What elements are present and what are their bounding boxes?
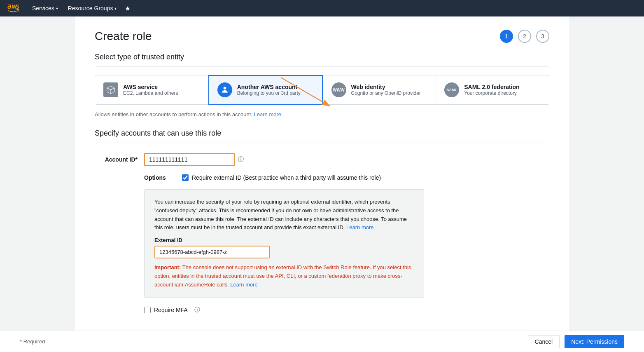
require-mfa-checkbox[interactable] — [144, 307, 151, 313]
services-chevron-icon: ▾ — [56, 6, 58, 11]
section1-header: Select type of trusted entity — [95, 53, 549, 67]
page-title: Create role — [95, 30, 549, 43]
step-2: 2 — [518, 30, 531, 43]
aws-logo[interactable] — [7, 3, 22, 13]
services-label: Services — [32, 5, 54, 12]
another-aws-account-icon — [217, 82, 232, 97]
top-navbar: Services ▾ Resource Groups ▾ ★ — [0, 0, 644, 16]
another-aws-account-text: Another AWS account Belonging to you or … — [237, 84, 301, 96]
entity-cards-container: AWS service EC2, Lambda and others Anoth… — [95, 75, 549, 105]
mfa-row: Require MFA ⓘ — [144, 306, 549, 314]
step-3: 3 — [536, 30, 549, 43]
info-text-content: Allows entities in other accounts to per… — [95, 111, 252, 117]
resource-groups-nav[interactable]: Resource Groups ▾ — [65, 5, 120, 12]
footer-required-text: * Required — [20, 338, 45, 345]
saml-text: SAML 2.0 federation Your corporate direc… — [464, 84, 519, 96]
web-identity-title: Web identity — [351, 84, 421, 90]
external-id-info-box: You can increase the security of your ro… — [144, 189, 424, 298]
account-id-row: Account ID* ⓘ — [95, 153, 549, 166]
web-identity-icon: WWW — [331, 82, 346, 97]
section2-header: Specify accounts that can use this role — [95, 129, 549, 143]
account-id-info-icon[interactable]: ⓘ — [238, 156, 244, 163]
saml-icon: SAML — [444, 82, 459, 97]
warning-body: The console does not support using an ex… — [154, 264, 411, 288]
info-learn-more-link[interactable]: Learn more — [254, 111, 281, 117]
step-1: 1 — [500, 30, 513, 43]
resource-groups-chevron-icon: ▾ — [114, 6, 117, 11]
external-id-label: External ID — [154, 237, 414, 243]
account-id-input[interactable] — [144, 153, 235, 166]
account-id-label: Account ID* — [95, 156, 144, 163]
options-row: Options Require external ID (Best practi… — [144, 174, 549, 181]
warning-learn-more-link[interactable]: Learn more — [230, 282, 257, 288]
main-content: 1 2 3 Create role Select type of trusted… — [75, 16, 569, 352]
resource-groups-label: Resource Groups — [68, 5, 113, 12]
entity-card-saml[interactable]: SAML SAML 2.0 federation Your corporate … — [436, 75, 549, 105]
favorites-star-icon[interactable]: ★ — [125, 5, 131, 12]
warning-text: Important: The console does not support … — [154, 263, 414, 289]
external-id-input[interactable] — [154, 246, 270, 258]
svg-point-0 — [223, 87, 226, 90]
info-box-text: You can increase the security of your ro… — [154, 198, 414, 232]
aws-service-text: AWS service EC2, Lambda and others — [123, 84, 178, 96]
footer-actions: Cancel Next: Permissions — [528, 335, 624, 348]
saml-title: SAML 2.0 federation — [464, 84, 519, 90]
footer: * Required Cancel Next: Permissions — [0, 331, 644, 352]
entity-card-web-identity[interactable]: WWW Web identity Cognito or any OpenID p… — [323, 75, 436, 105]
saml-subtitle: Your corporate directory — [464, 90, 519, 96]
require-external-id-label: Require external ID (Best practice when … — [192, 174, 381, 181]
steps-indicator: 1 2 3 — [500, 30, 549, 43]
aws-service-subtitle: EC2, Lambda and others — [123, 90, 178, 96]
warning-bold: Important: — [154, 264, 181, 270]
aws-service-icon — [103, 82, 118, 97]
web-identity-subtitle: Cognito or any OpenID provider — [351, 90, 421, 96]
cancel-button[interactable]: Cancel — [528, 335, 560, 348]
another-aws-account-title: Another AWS account — [237, 84, 301, 90]
services-nav[interactable]: Services ▾ — [29, 5, 61, 12]
next-permissions-button[interactable]: Next: Permissions — [565, 335, 624, 348]
mfa-info-icon[interactable]: ⓘ — [194, 306, 200, 314]
entity-card-another-aws-account[interactable]: Another AWS account Belonging to you or … — [208, 75, 323, 105]
require-external-id-checkbox[interactable] — [182, 174, 189, 181]
info-text: Allows entities in other accounts to per… — [95, 111, 549, 117]
web-identity-text: Web identity Cognito or any OpenID provi… — [351, 84, 421, 96]
aws-service-title: AWS service — [123, 84, 178, 90]
another-aws-account-subtitle: Belonging to you or 3rd party — [237, 90, 301, 96]
require-mfa-label: Require MFA — [154, 307, 188, 313]
options-label: Options — [144, 174, 177, 181]
require-external-id-row: Require external ID (Best practice when … — [182, 174, 381, 181]
entity-card-aws-service[interactable]: AWS service EC2, Lambda and others — [95, 75, 208, 105]
info-box-learn-more-link[interactable]: Learn more — [346, 224, 373, 230]
